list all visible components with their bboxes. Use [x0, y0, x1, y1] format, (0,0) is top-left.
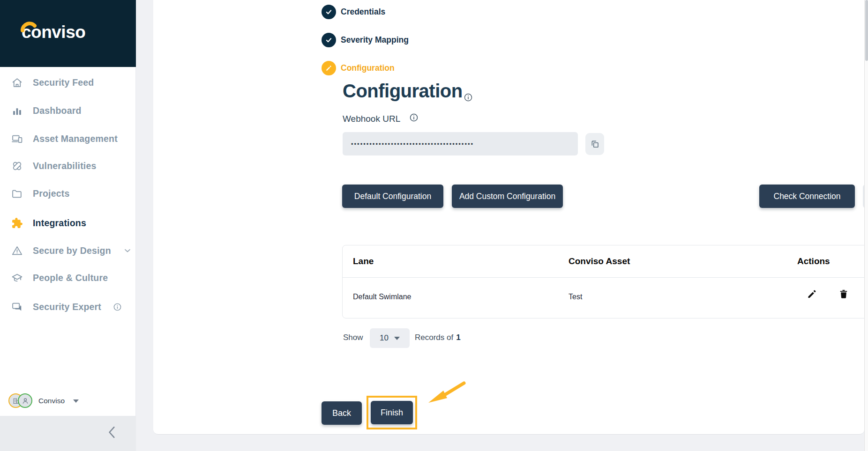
sidebar-item-label: Security Feed [33, 77, 94, 88]
check-icon [322, 33, 336, 47]
chevron-down-icon [123, 246, 132, 255]
folder-icon [11, 188, 23, 200]
sidebar-item-label: Projects [33, 188, 70, 199]
sidebar-item-label: Vulnerabilities [33, 161, 97, 171]
scrollbar[interactable] [864, 0, 868, 451]
chat-icon [11, 301, 23, 313]
app-window: conviso Security Feed Dashboard Asset M [0, 0, 868, 451]
add-custom-configuration-button[interactable]: Add Custom Configuration [452, 185, 563, 208]
column-header-actions: Actions [797, 256, 830, 266]
sidebar-item-secure-by-design[interactable]: Secure by Design [0, 243, 136, 259]
check-connection-button[interactable]: Check Connection [759, 185, 855, 208]
sidebar-item-security-feed[interactable]: Security Feed [0, 74, 136, 90]
sidebar-item-label: People & Culture [33, 273, 108, 283]
column-header-conviso-asset: Conviso Asset [569, 256, 630, 266]
logo-yellow-arc [20, 20, 38, 32]
sidebar-item-label: Asset Management [33, 133, 118, 144]
graduation-cap-icon [11, 272, 23, 284]
webhook-url-label: Webhook URL [343, 114, 400, 124]
sidebar-item-dashboard[interactable]: Dashboard [0, 103, 136, 118]
default-configuration-button[interactable]: Default Configuration [342, 185, 443, 208]
step-severity-mapping[interactable]: Severity Mapping [322, 33, 409, 47]
puzzle-icon [11, 217, 23, 229]
info-icon[interactable] [464, 93, 473, 104]
sidebar-item-integrations[interactable]: Integrations [0, 215, 136, 231]
main-content-card: Credentials Severity Mapping Configurati… [153, 0, 864, 435]
sidebar-item-security-expert[interactable]: Security Expert [0, 299, 136, 315]
copy-icon [590, 139, 600, 149]
info-icon [113, 303, 122, 311]
user-avatar [18, 393, 32, 408]
edit-icon[interactable] [807, 289, 817, 299]
delete-icon[interactable] [838, 289, 849, 299]
sidebar-item-label: Security Expert [33, 302, 101, 312]
sidebar-item-asset-management[interactable]: Asset Management [0, 131, 136, 147]
sidebar-item-projects[interactable]: Projects [0, 185, 136, 201]
column-header-lane: Lane [353, 256, 374, 266]
records-count: 1 [456, 333, 460, 342]
devices-icon [11, 133, 23, 145]
sidebar-item-label: Dashboard [33, 105, 82, 116]
collapse-sidebar-button[interactable] [106, 424, 118, 442]
step-label: Severity Mapping [341, 35, 409, 45]
sidebar-item-vulnerabilities[interactable]: Vulnerabilities [0, 158, 136, 174]
step-configuration[interactable]: Configuration [322, 61, 395, 75]
info-icon[interactable] [409, 113, 419, 124]
records-summary: Records of1 [415, 333, 461, 342]
table-header: Lane Conviso Asset Actions [343, 245, 868, 278]
warning-triangle-icon [11, 245, 23, 257]
page-size-value: 10 [380, 333, 389, 343]
sidebar-item-label: Secure by Design [33, 245, 111, 256]
table-row: Default Swimlane Test [343, 278, 868, 318]
chevron-down-icon [73, 399, 79, 403]
check-icon [322, 5, 336, 19]
sidebar: conviso Security Feed Dashboard Asset M [0, 0, 136, 451]
logo-block: conviso [0, 0, 136, 67]
bar-chart-icon [11, 105, 23, 117]
cell-lane: Default Swimlane [353, 293, 412, 301]
copy-button[interactable] [585, 133, 604, 155]
user-name: Conviso [38, 397, 65, 405]
step-label: Credentials [341, 7, 385, 17]
records-label: Records of [415, 333, 453, 342]
cell-asset: Test [569, 293, 582, 301]
webhook-url-input[interactable] [343, 132, 578, 155]
user-menu[interactable]: Conviso [8, 393, 79, 408]
home-icon [11, 77, 23, 89]
conviso-logo: conviso [22, 22, 115, 45]
annotation-arrow [423, 378, 467, 407]
sidebar-footer [0, 416, 136, 451]
back-button[interactable]: Back [322, 401, 362, 425]
chevron-down-icon [394, 337, 400, 340]
sidebar-item-people-culture[interactable]: People & Culture [0, 270, 136, 286]
page-size-select[interactable]: 10 [370, 328, 410, 348]
page-title: Configuration [343, 81, 463, 102]
lanes-table: Lane Conviso Asset Actions Default Swiml… [342, 245, 868, 318]
finish-button[interactable]: Finish [371, 401, 413, 424]
step-label: Configuration [341, 63, 395, 73]
pencil-icon [322, 61, 336, 75]
sidebar-item-label: Integrations [33, 218, 86, 229]
step-credentials[interactable]: Credentials [322, 5, 385, 19]
bandage-icon [11, 160, 23, 172]
avatar [8, 393, 33, 408]
show-label: Show [343, 333, 363, 342]
scrollbar-thumb[interactable] [865, 0, 868, 61]
finish-highlight-outline: Finish [367, 396, 417, 429]
